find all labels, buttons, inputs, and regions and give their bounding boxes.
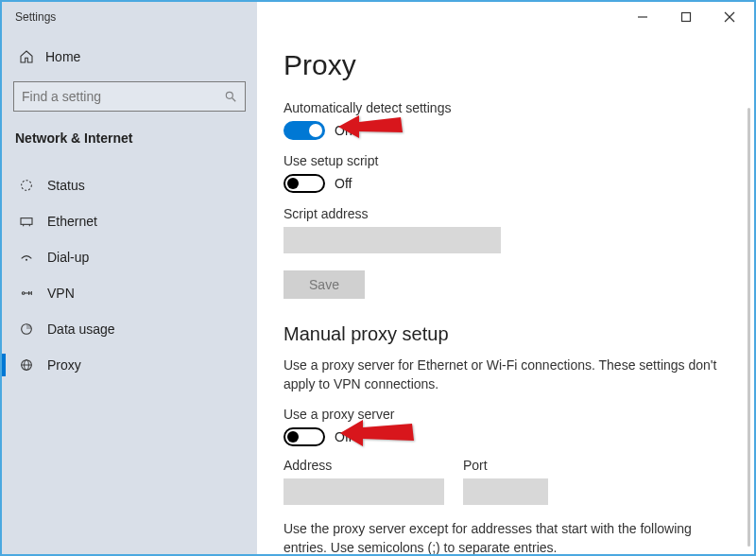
use-proxy-label: Use a proxy server xyxy=(284,407,728,422)
address-input[interactable] xyxy=(284,478,444,505)
auto-detect-state: On xyxy=(335,123,352,138)
sidebar-item-ethernet[interactable]: Ethernet xyxy=(13,204,246,238)
auto-detect-toggle[interactable] xyxy=(284,121,325,140)
svg-rect-1 xyxy=(682,13,691,22)
sidebar-item-proxy[interactable]: Proxy xyxy=(13,348,246,382)
sidebar-item-status[interactable]: Status xyxy=(13,168,246,202)
sidebar-item-label: Proxy xyxy=(47,357,81,373)
save-button[interactable]: Save xyxy=(284,270,365,299)
search-input-wrapper[interactable] xyxy=(13,81,246,112)
ethernet-icon xyxy=(19,214,34,229)
sidebar: Home Network & Internet Status Ethernet xyxy=(2,32,257,554)
use-proxy-toggle[interactable] xyxy=(284,427,325,446)
home-icon xyxy=(19,49,34,64)
use-proxy-state: Off xyxy=(335,429,352,444)
home-link[interactable]: Home xyxy=(13,42,246,72)
address-label: Address xyxy=(284,458,444,473)
exceptions-description: Use the proxy server except for addresse… xyxy=(284,520,718,554)
sidebar-item-label: VPN xyxy=(47,286,75,301)
sidebar-item-label: Ethernet xyxy=(47,214,97,229)
svg-point-11 xyxy=(22,292,25,295)
sidebar-item-label: Dial-up xyxy=(47,250,89,265)
close-button[interactable] xyxy=(711,4,748,30)
home-label: Home xyxy=(45,49,80,64)
content-pane: Proxy Automatically detect settings On U… xyxy=(257,32,754,554)
svg-point-4 xyxy=(226,92,232,98)
proxy-icon xyxy=(19,357,34,373)
sidebar-item-label: Data usage xyxy=(47,321,115,337)
sidebar-item-dialup[interactable]: Dial-up xyxy=(13,240,246,274)
titlebar: Settings xyxy=(2,2,754,32)
svg-line-5 xyxy=(232,98,236,102)
port-label: Port xyxy=(463,458,548,473)
setup-script-label: Use setup script xyxy=(284,153,728,168)
minimize-button[interactable] xyxy=(624,4,662,30)
port-input[interactable] xyxy=(463,478,548,505)
page-title: Proxy xyxy=(284,49,728,81)
sidebar-item-label: Status xyxy=(47,178,85,193)
window-body: Home Network & Internet Status Ethernet xyxy=(2,32,754,554)
window-controls xyxy=(624,2,748,32)
search-icon xyxy=(224,90,237,103)
sidebar-item-datausage[interactable]: Data usage xyxy=(13,312,246,346)
section-title: Network & Internet xyxy=(13,127,246,155)
auto-detect-label: Automatically detect settings xyxy=(284,100,728,115)
datausage-icon xyxy=(19,321,34,337)
sidebar-item-vpn[interactable]: VPN xyxy=(13,276,246,310)
settings-window: Settings Home Network & Internet xyxy=(0,0,756,556)
svg-rect-7 xyxy=(21,218,32,225)
svg-point-6 xyxy=(22,181,32,191)
svg-point-10 xyxy=(26,259,27,261)
window-title: Settings xyxy=(2,2,257,32)
script-address-label: Script address xyxy=(284,206,728,221)
setup-script-toggle[interactable] xyxy=(284,174,325,193)
vpn-icon xyxy=(19,286,34,301)
setup-script-state: Off xyxy=(335,176,352,191)
dialup-icon xyxy=(19,250,34,265)
sidebar-nav: Status Ethernet Dial-up VPN Data usage xyxy=(13,168,246,382)
script-address-input[interactable] xyxy=(284,227,501,253)
search-input[interactable] xyxy=(22,89,224,104)
maximize-button[interactable] xyxy=(667,4,705,30)
status-icon xyxy=(19,178,34,193)
manual-heading: Manual proxy setup xyxy=(284,323,728,345)
manual-description: Use a proxy server for Ethernet or Wi-Fi… xyxy=(284,356,718,393)
